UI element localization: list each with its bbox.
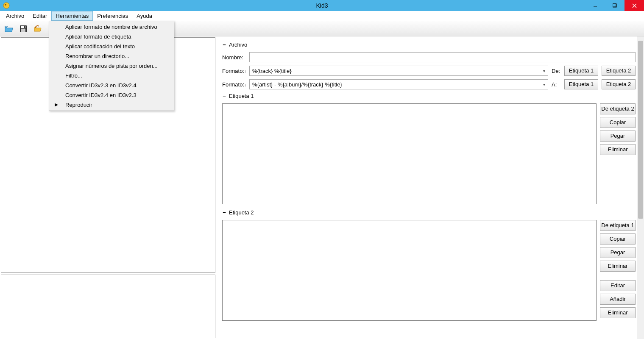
tag1-section-header[interactable]: − Etiqueta 1 — [222, 93, 636, 99]
tag1-paste-button[interactable]: Pegar — [600, 131, 636, 142]
tag2-area[interactable] — [222, 220, 597, 321]
tag1-section-label: Etiqueta 1 — [229, 93, 254, 99]
save-button[interactable] — [18, 23, 29, 34]
menu-editar[interactable]: Editar — [28, 11, 51, 21]
svg-rect-10 — [21, 29, 25, 32]
to-label: A: — [552, 81, 561, 88]
svg-marker-7 — [55, 103, 58, 106]
from-tag2-button[interactable]: Etiqueta 2 — [602, 66, 636, 76]
tag2-add-button[interactable]: Añadir — [600, 294, 636, 305]
revert-icon — [33, 25, 42, 33]
svg-rect-4 — [613, 4, 616, 7]
menu-play[interactable]: Reproducir — [50, 100, 173, 110]
save-icon — [19, 25, 28, 33]
file-section-header[interactable]: − Archivo — [222, 42, 636, 48]
from-tag1-button[interactable]: Etiqueta 1 — [564, 66, 598, 76]
format1-value: %{track} %{title} — [252, 68, 292, 74]
menu-play-label: Reproducir — [65, 102, 92, 108]
tag1-remove-button[interactable]: Eliminar — [600, 144, 636, 155]
chevron-down-icon: ▾ — [543, 82, 545, 87]
to-tag2-button[interactable]: Etiqueta 2 — [602, 79, 636, 89]
menu-preferencias[interactable]: Preferencias — [93, 11, 132, 21]
open-button[interactable] — [3, 23, 14, 34]
app-icon — [3, 2, 10, 9]
collapse-icon: − — [222, 209, 226, 216]
menu-rename-directory[interactable]: Renombrar un directorio... — [50, 51, 173, 61]
herramientas-dropdown: Aplicar formato de nombre de archivo Apl… — [49, 21, 174, 111]
format1-label: Formato: — [222, 68, 246, 74]
scrollbar[interactable] — [637, 36, 644, 339]
svg-rect-11 — [24, 26, 25, 28]
menu-apply-tag-format[interactable]: Aplicar formato de etiqueta — [50, 32, 173, 42]
tag2-from-tag1-button[interactable]: De etiqueta 1 — [600, 220, 636, 231]
tag2-edit-button[interactable]: Editar — [600, 280, 636, 291]
name-label: Nombre: — [222, 54, 246, 61]
file-section-label: Archivo — [229, 42, 247, 48]
format1-combo[interactable]: %{track} %{title} ▾ — [249, 66, 548, 76]
menu-herramientas[interactable]: Herramientas — [51, 11, 93, 21]
collapse-icon: − — [222, 93, 226, 99]
minimize-button[interactable] — [585, 0, 605, 11]
right-panel: − Archivo Nombre: Formato: %{track} %{ti… — [219, 36, 644, 339]
svg-point-1 — [5, 4, 6, 6]
tag1-from-tag2-button[interactable]: De etiqueta 2 — [600, 103, 636, 114]
tag1-copy-button[interactable]: Copiar — [600, 117, 636, 128]
tag2-paste-button[interactable]: Pegar — [600, 247, 636, 258]
svg-point-0 — [3, 3, 9, 8]
revert-button[interactable] — [32, 23, 43, 34]
menu-apply-text-encoding[interactable]: Aplicar codificación del texto — [50, 42, 173, 51]
format2-label: Formato: — [222, 81, 246, 88]
tag1-area[interactable] — [222, 103, 597, 204]
name-input[interactable] — [249, 52, 636, 62]
scrollbar-thumb[interactable] — [638, 41, 643, 219]
format2-value: %{artist} - %{album}/%{track} %{title} — [252, 81, 342, 88]
tag2-section-header[interactable]: − Etiqueta 2 — [222, 209, 636, 216]
format2-combo[interactable]: %{artist} - %{album}/%{track} %{title} ▾ — [249, 79, 548, 89]
maximize-button[interactable] — [605, 0, 624, 11]
tag2-copy-button[interactable]: Copiar — [600, 233, 636, 245]
close-button[interactable] — [624, 0, 644, 11]
menubar: Archivo Editar Herramientas Preferencias… — [0, 11, 644, 21]
menu-ayuda[interactable]: Ayuda — [132, 11, 156, 21]
tag2-section-label: Etiqueta 2 — [229, 209, 254, 216]
tag2-remove-button[interactable]: Eliminar — [600, 261, 636, 272]
menu-convert-24-23[interactable]: Convertir ID3v2.4 en ID3v2.3 — [50, 90, 173, 100]
to-tag1-button[interactable]: Etiqueta 1 — [564, 79, 598, 89]
directory-list[interactable] — [1, 275, 215, 338]
menu-convert-23-24[interactable]: Convertir ID3v2.3 en ID3v2.4 — [50, 81, 173, 90]
play-icon — [54, 102, 59, 108]
window-title: Kid3 — [316, 2, 328, 9]
tag2-delete-button[interactable]: Eliminar — [600, 307, 636, 318]
folder-open-icon — [4, 25, 14, 33]
menu-filter[interactable]: Filtro... — [50, 71, 173, 81]
menu-archivo[interactable]: Archivo — [2, 11, 28, 21]
chevron-down-icon: ▾ — [543, 69, 545, 73]
collapse-icon: − — [222, 42, 226, 48]
titlebar: Kid3 — [0, 0, 644, 11]
menu-apply-filename-format[interactable]: Aplicar formato de nombre de archivo — [50, 22, 173, 32]
menu-number-tracks[interactable]: Asignar números de pista por orden... — [50, 61, 173, 71]
from-label: De: — [552, 68, 561, 74]
